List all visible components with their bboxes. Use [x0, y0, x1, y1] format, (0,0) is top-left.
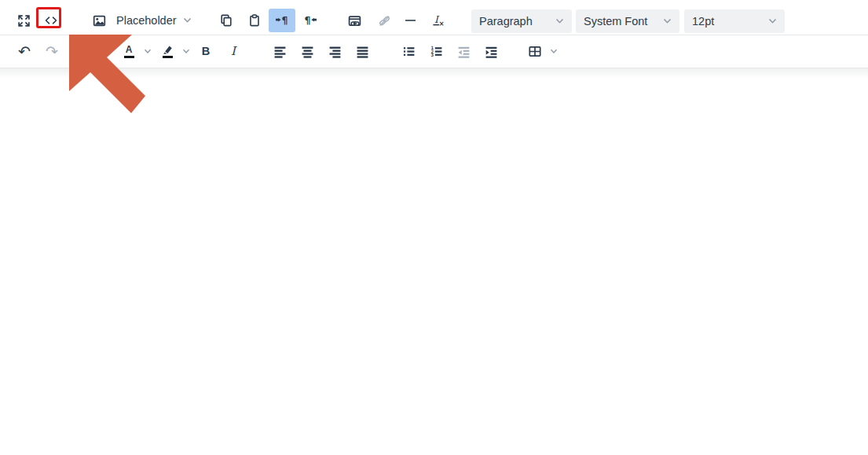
link-icon: [348, 14, 361, 28]
align-left-button[interactable]: [266, 39, 293, 63]
svg-text:¶: ¶: [281, 14, 288, 26]
indent-button[interactable]: [478, 39, 504, 63]
block-format-value: Paragraph: [479, 15, 533, 28]
font-size-select[interactable]: 12pt: [684, 9, 785, 33]
editor-content-area[interactable]: [0, 68, 868, 454]
highlight-color-split-button: [156, 39, 192, 63]
clear-formatting-icon: I ×: [430, 14, 445, 28]
align-justify-icon: [356, 45, 369, 58]
text-color-icon: A: [126, 45, 133, 54]
align-center-icon: [301, 45, 314, 58]
numbered-list-button[interactable]: 1 2 3: [423, 39, 449, 63]
outdent-button[interactable]: [450, 39, 477, 63]
paste-icon: [248, 14, 261, 27]
align-left-icon: [273, 45, 287, 58]
chevron-down-icon: [768, 18, 777, 24]
source-code-button[interactable]: [38, 9, 64, 32]
align-justify-button[interactable]: [349, 39, 375, 63]
font-size-value: 12pt: [692, 15, 714, 28]
highlight-color-button[interactable]: [156, 39, 179, 63]
text-color-menu-button[interactable]: [141, 39, 154, 63]
horizontal-rule-button[interactable]: [397, 9, 423, 32]
unlink-icon: [378, 14, 391, 28]
block-format-select[interactable]: Paragraph: [471, 9, 572, 33]
chevron-down-icon: [555, 18, 564, 24]
outdent-icon: [457, 45, 471, 58]
rtl-paragraph-icon: ¶: [303, 14, 317, 27]
undo-button[interactable]: ↶: [11, 39, 38, 63]
italic-icon: I: [231, 46, 236, 57]
bold-button[interactable]: B: [192, 39, 219, 63]
insert-link-button[interactable]: [341, 9, 368, 32]
highlighter-icon: [162, 45, 174, 54]
numbered-list-icon: 1 2 3: [430, 45, 443, 58]
chevron-down-icon: [182, 49, 190, 54]
placeholder-menu-label: Placeholder: [116, 14, 177, 27]
font-family-select[interactable]: System Font: [576, 9, 679, 33]
align-right-button[interactable]: [321, 39, 348, 63]
table-menu-button[interactable]: [547, 39, 560, 63]
editor-window: Placeholder ¶ ¶: [0, 0, 868, 455]
chevron-down-icon: [663, 18, 672, 24]
table-icon: [528, 45, 542, 58]
source-code-icon: [44, 14, 58, 27]
toolbar-shadow: [0, 68, 868, 79]
redo-icon: ↷: [46, 44, 58, 59]
copy-icon: [220, 14, 233, 27]
chevron-down-icon: [144, 49, 152, 54]
fullscreen-icon: [17, 14, 31, 28]
redo-button[interactable]: ↷: [38, 39, 65, 63]
insert-image-button[interactable]: [86, 9, 112, 32]
bullet-list-icon: [402, 45, 416, 58]
bullet-list-button[interactable]: [395, 39, 422, 63]
highlight-color-swatch: [163, 56, 173, 58]
svg-text:¶: ¶: [305, 14, 311, 26]
toolbar-row-1: Placeholder ¶ ¶: [0, 0, 868, 35]
text-color-button[interactable]: A: [117, 39, 141, 63]
svg-text:×: ×: [439, 20, 445, 28]
ltr-paragraph-icon: ¶: [275, 14, 289, 27]
text-color-swatch: [124, 56, 134, 58]
italic-button[interactable]: I: [220, 39, 247, 63]
horizontal-rule-icon: [404, 14, 417, 27]
ltr-paragraph-button[interactable]: ¶: [269, 9, 295, 32]
chevron-down-icon: [183, 17, 192, 24]
font-family-value: System Font: [584, 15, 647, 28]
clear-formatting-button[interactable]: I ×: [424, 9, 451, 32]
fullscreen-button[interactable]: [10, 9, 37, 32]
placeholder-menu-button[interactable]: Placeholder: [112, 9, 192, 32]
rtl-paragraph-button[interactable]: ¶: [297, 9, 324, 32]
image-icon: [93, 14, 106, 28]
align-center-button[interactable]: [294, 39, 320, 63]
svg-text:3: 3: [430, 51, 434, 57]
highlight-color-menu-button[interactable]: [179, 39, 192, 63]
bold-icon: B: [202, 46, 210, 57]
align-right-icon: [328, 45, 342, 58]
undo-icon: ↶: [18, 44, 31, 59]
table-split-button: [523, 39, 560, 63]
unlink-button[interactable]: [371, 9, 397, 32]
toolbar-row-2: ↶ ↷ A: [0, 35, 868, 68]
chevron-down-icon: [550, 49, 558, 54]
paste-button[interactable]: [241, 9, 268, 32]
copy-button[interactable]: [213, 9, 240, 32]
table-button[interactable]: [523, 39, 547, 63]
text-color-split-button: A: [117, 39, 154, 63]
indent-icon: [485, 45, 498, 58]
